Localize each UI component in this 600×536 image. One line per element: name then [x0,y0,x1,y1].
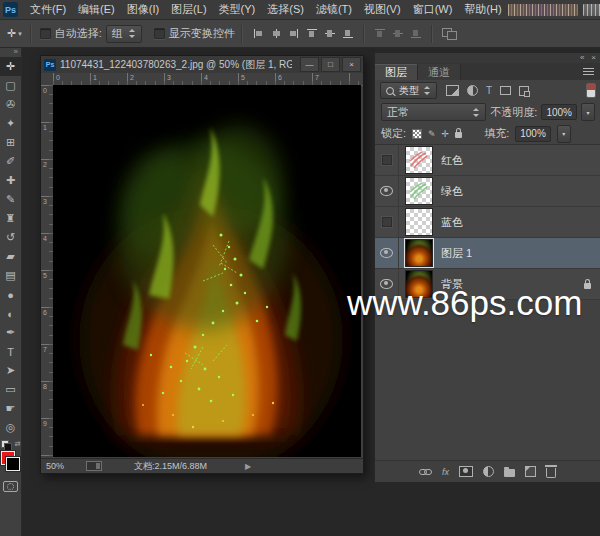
fill-dropdown-button[interactable]: ▾ [557,125,571,143]
zoom-tool[interactable]: ◎ [0,418,21,437]
filter-adjustment-layers-icon[interactable] [467,85,478,96]
add-layer-mask-icon[interactable] [459,466,473,477]
align-left-edges-icon[interactable] [251,27,265,40]
healing-brush-tool[interactable]: ✚ [0,171,21,190]
layer-thumbnail[interactable] [405,146,433,174]
eyedropper-tool[interactable]: ✐ [0,152,21,171]
menu-type[interactable]: 类型(Y) [213,0,262,19]
brush-tool[interactable]: ✎ [0,190,21,209]
lock-all-icon[interactable] [455,132,462,138]
gradient-tool[interactable]: ▤ [0,266,21,285]
app-logo[interactable]: Ps [3,2,18,17]
menu-edit[interactable]: 编辑(E) [72,0,121,19]
close-button[interactable]: × [342,57,361,72]
collapse-toolbar-icon[interactable]: » [11,47,21,57]
layer-row-green[interactable]: 绿色 [375,176,600,207]
opacity-value[interactable]: 100% [541,104,577,120]
layer-name[interactable]: 绿色 [441,184,463,199]
layer-name[interactable]: 红色 [441,153,463,168]
hand-tool[interactable]: ☛ [0,399,21,418]
menu-filter[interactable]: 滤镜(T) [310,0,358,19]
menu-select[interactable]: 选择(S) [261,0,310,19]
align-right-edges-icon[interactable] [287,27,301,40]
menu-window[interactable]: 窗口(W) [407,0,459,19]
layer-style-icon[interactable]: fx [442,467,449,477]
default-colors-icon[interactable] [1,440,9,448]
lock-transparency-icon[interactable] [412,129,422,139]
status-options-arrow[interactable]: ▶ [245,462,251,471]
quick-mask-button[interactable] [3,481,18,492]
collapse-panel-icon[interactable]: « [580,53,584,63]
menu-view[interactable]: 视图(V) [358,0,407,19]
opacity-dropdown-button[interactable]: ▾ [581,103,595,121]
new-adjustment-layer-icon[interactable] [483,466,494,477]
menu-help[interactable]: 帮助(H) [458,0,507,19]
panel-menu-icon[interactable] [583,68,594,75]
align-bottom-edges-icon[interactable] [341,27,355,40]
visibility-toggle[interactable] [375,238,399,268]
tab-layers[interactable]: 图层 [375,64,418,80]
maximize-button[interactable]: □ [321,57,340,72]
shape-tool[interactable]: ▭ [0,380,21,399]
filter-pixel-layers-icon[interactable] [446,85,459,96]
filter-shape-layers-icon[interactable] [500,86,511,95]
layer-name[interactable]: 图层 1 [441,246,472,261]
visibility-toggle[interactable] [375,145,399,175]
layer-row-layer1[interactable]: 图层 1 [375,238,600,269]
filter-smart-objects-icon[interactable] [519,86,529,96]
pen-tool[interactable]: ✒ [0,323,21,342]
delete-layer-icon[interactable] [546,468,556,478]
menu-file[interactable]: 文件(F) [24,0,72,19]
layer-thumbnail[interactable] [405,208,433,236]
lock-pixels-icon[interactable]: ✎ [428,129,436,139]
distribute-top-edges-icon[interactable] [373,27,387,40]
auto-select-checkbox[interactable] [40,28,51,39]
visibility-toggle[interactable] [375,207,399,237]
background-color-swatch[interactable] [6,457,20,471]
align-vertical-centers-icon[interactable] [323,27,337,40]
new-layer-icon[interactable] [525,466,536,477]
layer-thumbnail[interactable] [405,239,433,267]
distribute-bottom-edges-icon[interactable] [409,27,423,40]
minimize-button[interactable]: — [300,57,319,72]
canvas[interactable] [53,85,361,457]
document-title-bar[interactable]: Ps 11074431_122403780263_2.jpg @ 50% (图层… [41,56,363,74]
dodge-tool[interactable]: ◐ [0,304,21,323]
rectangular-marquee-tool[interactable]: ▢ [0,76,21,95]
filter-kind-dropdown[interactable]: 类型 [380,82,437,99]
close-panel-icon[interactable]: × [591,53,596,63]
swap-colors-icon[interactable]: ⇄ [15,440,21,448]
path-selection-tool[interactable]: ➤ [0,361,21,380]
layer-row-blue[interactable]: 蓝色 [375,207,600,238]
move-tool[interactable]: ✛ [0,57,21,76]
align-top-edges-icon[interactable] [305,27,319,40]
clone-stamp-tool[interactable]: ♜ [0,209,21,228]
auto-align-layers-icon[interactable] [442,28,457,40]
layer-row-red[interactable]: 红色 [375,145,600,176]
lasso-tool[interactable]: ✇ [0,95,21,114]
menu-image[interactable]: 图像(I) [121,0,165,19]
blur-tool[interactable]: ● [0,285,21,304]
fill-value[interactable]: 100% [515,126,551,142]
menu-layer[interactable]: 图层(L) [165,0,212,19]
blend-mode-dropdown[interactable]: 正常 [381,103,486,121]
tool-preset-dropdown-icon[interactable]: ▾ [18,30,22,38]
show-transform-checkbox[interactable] [154,28,165,39]
layer-filtering-toggle[interactable] [586,83,596,98]
zoom-level[interactable]: 50% [46,461,64,471]
tab-channels[interactable]: 通道 [418,64,461,80]
lock-position-icon[interactable]: ✛ [442,129,450,139]
filter-type-layers-icon[interactable]: T [486,86,492,95]
layer-thumbnail[interactable] [405,177,433,205]
auto-select-dropdown[interactable]: 组 [106,25,142,43]
align-horizontal-centers-icon[interactable] [269,27,283,40]
eraser-tool[interactable]: ▰ [0,247,21,266]
type-tool[interactable]: T [0,342,21,361]
new-group-icon[interactable] [504,469,515,477]
magic-wand-tool[interactable]: ✦ [0,114,21,133]
distribute-vertical-centers-icon[interactable] [391,27,405,40]
link-layers-icon[interactable] [419,469,432,475]
layer-name[interactable]: 蓝色 [441,215,463,230]
crop-tool[interactable]: ⊞ [0,133,21,152]
history-brush-tool[interactable]: ↺ [0,228,21,247]
